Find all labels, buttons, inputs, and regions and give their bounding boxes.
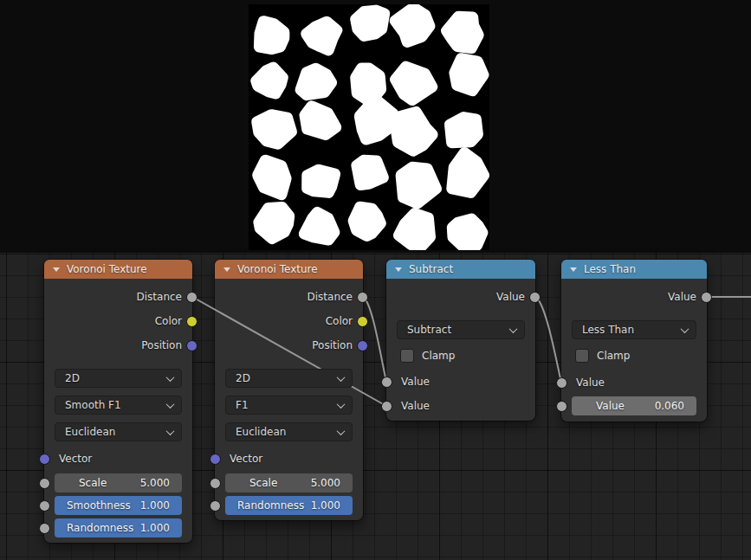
- value-input-socket-1[interactable]: [381, 377, 392, 388]
- node-header[interactable]: Less Than: [561, 260, 707, 279]
- scale-input-socket[interactable]: [210, 478, 221, 489]
- scale-value: 5.000: [140, 477, 170, 489]
- clamp-label: Clamp: [422, 350, 455, 362]
- vector-input-socket[interactable]: [210, 454, 221, 465]
- smoothness-value: 1.000: [140, 499, 170, 512]
- operation-dropdown[interactable]: Subtract: [397, 320, 525, 339]
- chevron-down-icon: [509, 325, 518, 333]
- randomness-input-socket[interactable]: [39, 523, 50, 534]
- scale-value: 5.000: [311, 477, 340, 489]
- randomness-slider[interactable]: Randomness 1.000: [225, 496, 353, 515]
- collapse-icon[interactable]: [53, 267, 60, 272]
- value-output-label: Value: [668, 291, 696, 303]
- collapse-icon[interactable]: [570, 267, 577, 272]
- chevron-down-icon: [337, 373, 346, 382]
- threshold-input-socket[interactable]: [556, 401, 567, 412]
- smoothness-input-socket[interactable]: [39, 500, 50, 512]
- value-input-label: Value: [401, 400, 430, 412]
- distance-metric-dropdown[interactable]: Euclidean: [55, 422, 182, 441]
- node-title: Less Than: [584, 263, 636, 275]
- scale-input-socket[interactable]: [39, 478, 50, 489]
- distance-output-socket[interactable]: [357, 292, 368, 303]
- node-header[interactable]: Voronoi Texture: [44, 260, 192, 279]
- position-output-socket[interactable]: [186, 340, 197, 351]
- randomness-value: 1.000: [140, 522, 170, 534]
- node-title: Voronoi Texture: [237, 263, 318, 275]
- clamp-label: Clamp: [597, 350, 630, 362]
- operation-dropdown[interactable]: Less Than: [572, 320, 696, 339]
- color-output-socket[interactable]: [357, 316, 368, 327]
- blender-shader-editor: Voronoi Texture Distance Color Position …: [0, 0, 751, 560]
- value-output-socket[interactable]: [529, 292, 541, 303]
- node-header[interactable]: Subtract: [386, 260, 535, 279]
- node-editor-canvas[interactable]: Voronoi Texture Distance Color Position …: [0, 253, 751, 560]
- value-output-socket[interactable]: [701, 292, 712, 303]
- node-voronoi-texture-1[interactable]: Voronoi Texture Distance Color Position …: [44, 260, 192, 543]
- render-preview-area: [0, 0, 751, 253]
- position-output-socket[interactable]: [357, 340, 368, 351]
- chevron-down-icon: [337, 427, 346, 435]
- collapse-icon[interactable]: [395, 267, 402, 272]
- distance-output-socket[interactable]: [186, 292, 197, 303]
- output-position-label: Position: [141, 339, 182, 351]
- output-position-label: Position: [312, 339, 353, 351]
- value-input-label: Value: [401, 376, 430, 388]
- threshold-value-field[interactable]: Value 0.060: [572, 396, 696, 415]
- distance-metric-dropdown[interactable]: Euclidean: [225, 422, 353, 441]
- clamp-checkbox[interactable]: [575, 349, 589, 363]
- smoothness-slider[interactable]: Smoothness 1.000: [55, 496, 182, 515]
- scale-slider[interactable]: Scale 5.000: [225, 473, 353, 492]
- scale-slider[interactable]: Scale 5.000: [55, 473, 182, 492]
- threshold-value: 0.060: [655, 400, 684, 412]
- value-output-label: Value: [496, 291, 525, 303]
- color-output-socket[interactable]: [186, 316, 197, 327]
- vector-input-socket[interactable]: [39, 454, 50, 465]
- value-input-socket-2[interactable]: [381, 401, 392, 412]
- collapse-icon[interactable]: [223, 267, 230, 272]
- clamp-row: Clamp: [575, 346, 630, 365]
- chevron-down-icon: [166, 373, 175, 382]
- randomness-slider[interactable]: Randomness 1.000: [55, 518, 182, 537]
- node-title: Subtract: [409, 263, 453, 275]
- output-distance-label: Distance: [308, 291, 353, 303]
- node-less-than[interactable]: Less Than Value Less Than Clamp Value Va…: [561, 260, 707, 422]
- value-input-label: Value: [576, 377, 605, 389]
- output-color-label: Color: [155, 315, 182, 327]
- vector-input-label: Vector: [59, 453, 92, 465]
- chevron-down-icon: [337, 400, 346, 409]
- randomness-value: 1.000: [311, 499, 340, 512]
- vector-input-label: Vector: [230, 453, 262, 465]
- chevron-down-icon: [681, 325, 689, 333]
- feature-dropdown[interactable]: Smooth F1: [55, 396, 182, 415]
- voronoi-preview-image: [249, 4, 489, 250]
- node-subtract[interactable]: Subtract Value Subtract Clamp Value Valu…: [386, 260, 535, 421]
- clamp-checkbox[interactable]: [400, 349, 414, 363]
- node-title: Voronoi Texture: [67, 263, 147, 275]
- feature-dropdown[interactable]: F1: [225, 396, 353, 415]
- chevron-down-icon: [166, 427, 175, 435]
- node-voronoi-texture-2[interactable]: Voronoi Texture Distance Color Position …: [215, 260, 363, 520]
- output-color-label: Color: [326, 315, 353, 327]
- node-header[interactable]: Voronoi Texture: [215, 260, 363, 279]
- dimensions-dropdown[interactable]: 2D: [225, 369, 353, 388]
- randomness-input-socket[interactable]: [210, 500, 221, 512]
- chevron-down-icon: [166, 400, 175, 409]
- dimensions-dropdown[interactable]: 2D: [55, 369, 182, 388]
- clamp-row: Clamp: [400, 346, 455, 365]
- output-distance-label: Distance: [137, 291, 182, 303]
- value-input-socket[interactable]: [556, 377, 567, 389]
